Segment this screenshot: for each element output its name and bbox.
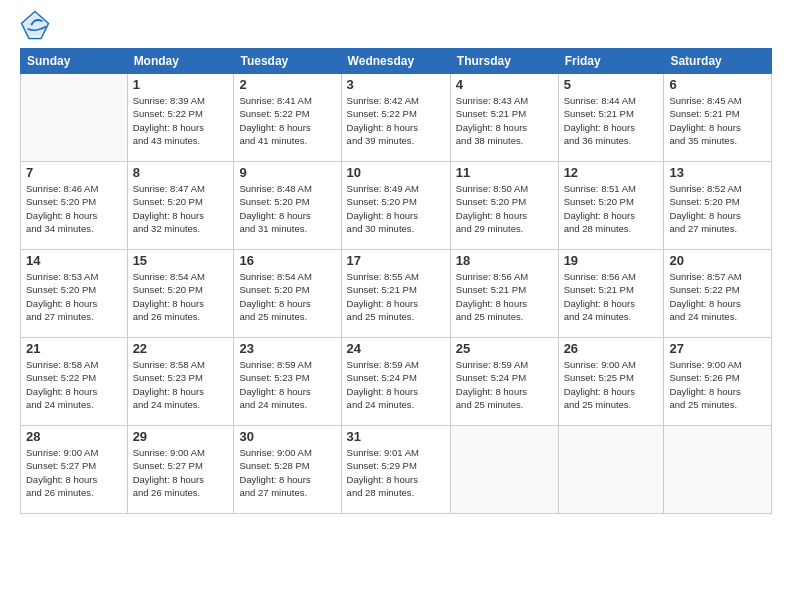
day-number: 30	[239, 429, 335, 444]
calendar-cell: 14Sunrise: 8:53 AM Sunset: 5:20 PM Dayli…	[21, 250, 128, 338]
day-number: 5	[564, 77, 659, 92]
calendar-cell: 20Sunrise: 8:57 AM Sunset: 5:22 PM Dayli…	[664, 250, 772, 338]
day-details: Sunrise: 8:39 AM Sunset: 5:22 PM Dayligh…	[133, 94, 229, 147]
logo-icon	[20, 10, 50, 40]
day-number: 21	[26, 341, 122, 356]
day-details: Sunrise: 9:00 AM Sunset: 5:28 PM Dayligh…	[239, 446, 335, 499]
calendar-cell	[450, 426, 558, 514]
day-details: Sunrise: 8:45 AM Sunset: 5:21 PM Dayligh…	[669, 94, 766, 147]
day-number: 14	[26, 253, 122, 268]
calendar-cell: 28Sunrise: 9:00 AM Sunset: 5:27 PM Dayli…	[21, 426, 128, 514]
calendar-cell: 17Sunrise: 8:55 AM Sunset: 5:21 PM Dayli…	[341, 250, 450, 338]
day-details: Sunrise: 9:00 AM Sunset: 5:26 PM Dayligh…	[669, 358, 766, 411]
day-number: 2	[239, 77, 335, 92]
day-details: Sunrise: 9:00 AM Sunset: 5:27 PM Dayligh…	[26, 446, 122, 499]
day-details: Sunrise: 8:57 AM Sunset: 5:22 PM Dayligh…	[669, 270, 766, 323]
calendar-cell	[664, 426, 772, 514]
calendar-cell: 31Sunrise: 9:01 AM Sunset: 5:29 PM Dayli…	[341, 426, 450, 514]
day-number: 19	[564, 253, 659, 268]
day-number: 27	[669, 341, 766, 356]
calendar-cell: 24Sunrise: 8:59 AM Sunset: 5:24 PM Dayli…	[341, 338, 450, 426]
day-details: Sunrise: 8:48 AM Sunset: 5:20 PM Dayligh…	[239, 182, 335, 235]
calendar-cell: 1Sunrise: 8:39 AM Sunset: 5:22 PM Daylig…	[127, 74, 234, 162]
day-number: 25	[456, 341, 553, 356]
calendar-cell: 12Sunrise: 8:51 AM Sunset: 5:20 PM Dayli…	[558, 162, 664, 250]
calendar-cell: 22Sunrise: 8:58 AM Sunset: 5:23 PM Dayli…	[127, 338, 234, 426]
calendar-cell: 21Sunrise: 8:58 AM Sunset: 5:22 PM Dayli…	[21, 338, 128, 426]
calendar-cell: 26Sunrise: 9:00 AM Sunset: 5:25 PM Dayli…	[558, 338, 664, 426]
logo	[20, 15, 52, 40]
day-details: Sunrise: 8:49 AM Sunset: 5:20 PM Dayligh…	[347, 182, 445, 235]
calendar-cell: 7Sunrise: 8:46 AM Sunset: 5:20 PM Daylig…	[21, 162, 128, 250]
day-details: Sunrise: 9:00 AM Sunset: 5:25 PM Dayligh…	[564, 358, 659, 411]
calendar-cell: 23Sunrise: 8:59 AM Sunset: 5:23 PM Dayli…	[234, 338, 341, 426]
calendar-cell: 4Sunrise: 8:43 AM Sunset: 5:21 PM Daylig…	[450, 74, 558, 162]
day-number: 17	[347, 253, 445, 268]
day-number: 1	[133, 77, 229, 92]
day-details: Sunrise: 8:56 AM Sunset: 5:21 PM Dayligh…	[564, 270, 659, 323]
day-number: 23	[239, 341, 335, 356]
column-header-tuesday: Tuesday	[234, 49, 341, 74]
header-row: SundayMondayTuesdayWednesdayThursdayFrid…	[21, 49, 772, 74]
day-details: Sunrise: 8:58 AM Sunset: 5:23 PM Dayligh…	[133, 358, 229, 411]
day-details: Sunrise: 8:43 AM Sunset: 5:21 PM Dayligh…	[456, 94, 553, 147]
day-details: Sunrise: 8:46 AM Sunset: 5:20 PM Dayligh…	[26, 182, 122, 235]
day-number: 20	[669, 253, 766, 268]
day-details: Sunrise: 8:53 AM Sunset: 5:20 PM Dayligh…	[26, 270, 122, 323]
calendar-cell: 27Sunrise: 9:00 AM Sunset: 5:26 PM Dayli…	[664, 338, 772, 426]
calendar-cell: 15Sunrise: 8:54 AM Sunset: 5:20 PM Dayli…	[127, 250, 234, 338]
header	[20, 15, 772, 40]
day-number: 26	[564, 341, 659, 356]
column-header-wednesday: Wednesday	[341, 49, 450, 74]
day-number: 16	[239, 253, 335, 268]
day-number: 11	[456, 165, 553, 180]
day-number: 3	[347, 77, 445, 92]
day-details: Sunrise: 9:01 AM Sunset: 5:29 PM Dayligh…	[347, 446, 445, 499]
day-number: 10	[347, 165, 445, 180]
week-row-4: 21Sunrise: 8:58 AM Sunset: 5:22 PM Dayli…	[21, 338, 772, 426]
week-row-1: 1Sunrise: 8:39 AM Sunset: 5:22 PM Daylig…	[21, 74, 772, 162]
day-number: 29	[133, 429, 229, 444]
calendar-cell: 5Sunrise: 8:44 AM Sunset: 5:21 PM Daylig…	[558, 74, 664, 162]
day-number: 8	[133, 165, 229, 180]
column-header-thursday: Thursday	[450, 49, 558, 74]
page: SundayMondayTuesdayWednesdayThursdayFrid…	[0, 0, 792, 612]
day-number: 28	[26, 429, 122, 444]
day-details: Sunrise: 8:54 AM Sunset: 5:20 PM Dayligh…	[239, 270, 335, 323]
day-number: 24	[347, 341, 445, 356]
day-details: Sunrise: 8:44 AM Sunset: 5:21 PM Dayligh…	[564, 94, 659, 147]
week-row-3: 14Sunrise: 8:53 AM Sunset: 5:20 PM Dayli…	[21, 250, 772, 338]
week-row-5: 28Sunrise: 9:00 AM Sunset: 5:27 PM Dayli…	[21, 426, 772, 514]
day-details: Sunrise: 8:59 AM Sunset: 5:24 PM Dayligh…	[456, 358, 553, 411]
calendar-cell	[558, 426, 664, 514]
calendar-cell: 11Sunrise: 8:50 AM Sunset: 5:20 PM Dayli…	[450, 162, 558, 250]
calendar-cell: 19Sunrise: 8:56 AM Sunset: 5:21 PM Dayli…	[558, 250, 664, 338]
calendar-cell: 18Sunrise: 8:56 AM Sunset: 5:21 PM Dayli…	[450, 250, 558, 338]
day-details: Sunrise: 8:54 AM Sunset: 5:20 PM Dayligh…	[133, 270, 229, 323]
column-header-monday: Monday	[127, 49, 234, 74]
day-details: Sunrise: 8:59 AM Sunset: 5:23 PM Dayligh…	[239, 358, 335, 411]
calendar-cell: 13Sunrise: 8:52 AM Sunset: 5:20 PM Dayli…	[664, 162, 772, 250]
day-details: Sunrise: 8:41 AM Sunset: 5:22 PM Dayligh…	[239, 94, 335, 147]
day-details: Sunrise: 8:55 AM Sunset: 5:21 PM Dayligh…	[347, 270, 445, 323]
day-number: 9	[239, 165, 335, 180]
calendar-cell: 9Sunrise: 8:48 AM Sunset: 5:20 PM Daylig…	[234, 162, 341, 250]
day-number: 6	[669, 77, 766, 92]
calendar-cell: 8Sunrise: 8:47 AM Sunset: 5:20 PM Daylig…	[127, 162, 234, 250]
day-details: Sunrise: 8:56 AM Sunset: 5:21 PM Dayligh…	[456, 270, 553, 323]
day-number: 4	[456, 77, 553, 92]
calendar-cell: 25Sunrise: 8:59 AM Sunset: 5:24 PM Dayli…	[450, 338, 558, 426]
day-details: Sunrise: 8:59 AM Sunset: 5:24 PM Dayligh…	[347, 358, 445, 411]
calendar-cell: 10Sunrise: 8:49 AM Sunset: 5:20 PM Dayli…	[341, 162, 450, 250]
calendar-cell: 29Sunrise: 9:00 AM Sunset: 5:27 PM Dayli…	[127, 426, 234, 514]
day-number: 18	[456, 253, 553, 268]
day-number: 12	[564, 165, 659, 180]
week-row-2: 7Sunrise: 8:46 AM Sunset: 5:20 PM Daylig…	[21, 162, 772, 250]
column-header-friday: Friday	[558, 49, 664, 74]
day-number: 13	[669, 165, 766, 180]
day-details: Sunrise: 8:52 AM Sunset: 5:20 PM Dayligh…	[669, 182, 766, 235]
day-details: Sunrise: 8:50 AM Sunset: 5:20 PM Dayligh…	[456, 182, 553, 235]
column-header-sunday: Sunday	[21, 49, 128, 74]
calendar: SundayMondayTuesdayWednesdayThursdayFrid…	[20, 48, 772, 514]
calendar-cell: 3Sunrise: 8:42 AM Sunset: 5:22 PM Daylig…	[341, 74, 450, 162]
